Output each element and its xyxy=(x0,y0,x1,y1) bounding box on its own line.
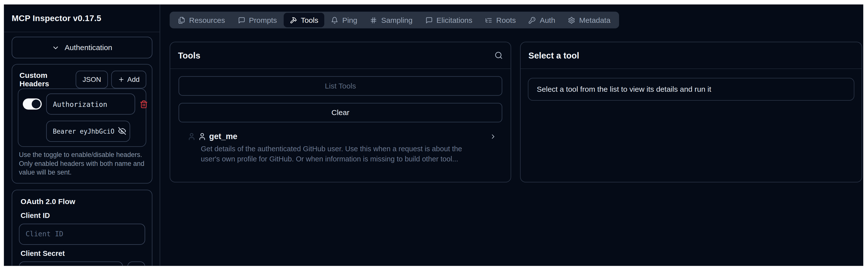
message-square-icon xyxy=(238,17,245,24)
tab-roots[interactable]: Roots xyxy=(479,13,522,27)
tab-metadata[interactable]: Metadata xyxy=(562,13,617,27)
user-icon xyxy=(198,132,207,141)
client-id-label: Client ID xyxy=(21,211,145,220)
tools-panel: Tools List Tools Clear xyxy=(169,42,511,182)
list-tools-button[interactable]: List Tools xyxy=(179,76,502,96)
tool-list-item-get-me[interactable]: get_me Get details of the authenticated … xyxy=(179,132,502,164)
tab-label: Resources xyxy=(189,16,225,24)
sidebar: MCP Inspector v0.17.5 Authentication Cus… xyxy=(4,4,160,266)
user-icon-ghost xyxy=(187,132,196,141)
tab-sampling[interactable]: Sampling xyxy=(364,13,418,27)
hammer-icon xyxy=(289,17,297,24)
mcp-inspector-window: MCP Inspector v0.17.5 Authentication Cus… xyxy=(4,4,863,266)
tools-panel-title: Tools xyxy=(178,50,200,60)
search-icon[interactable] xyxy=(494,51,503,60)
eye-off-icon[interactable] xyxy=(118,127,126,136)
header-value-input[interactable] xyxy=(46,121,130,142)
tool-name: get_me xyxy=(209,132,238,141)
tab-label: Sampling xyxy=(381,16,412,24)
detail-panel-title: Select a tool xyxy=(528,50,579,60)
tab-label: Tools xyxy=(301,16,318,24)
detail-panel-header: Select a tool xyxy=(521,42,862,69)
panels-row: Tools List Tools Clear xyxy=(169,42,862,182)
client-secret-visibility-button[interactable] xyxy=(127,261,145,266)
custom-headers-helper-text: Use the toggle to enable/disable headers… xyxy=(19,151,148,177)
authentication-section-toggle[interactable]: Authentication xyxy=(12,37,153,58)
tab-label: Roots xyxy=(496,16,516,24)
chevron-down-icon xyxy=(52,43,60,51)
tab-resources[interactable]: Resources xyxy=(172,13,231,27)
empty-state-message: Select a tool from the list to view its … xyxy=(528,78,855,101)
custom-headers-card: Custom Headers JSON Add xyxy=(12,64,153,183)
tool-description: Get details of the authenticated GitHub … xyxy=(201,144,482,164)
sidebar-header: MCP Inspector v0.17.5 xyxy=(4,4,160,32)
add-header-button[interactable]: Add xyxy=(111,70,146,88)
header-name-input[interactable] xyxy=(46,93,135,115)
client-secret-input[interactable] xyxy=(19,261,123,266)
list-tree-icon xyxy=(485,17,492,24)
tab-tools[interactable]: Tools xyxy=(284,13,324,27)
hash-icon xyxy=(370,17,377,24)
tab-auth[interactable]: Auth xyxy=(523,13,562,27)
main-content: Resources Prompts Tools Ping Sampling xyxy=(160,4,863,266)
toggle-knob xyxy=(32,100,41,109)
client-secret-label: Client Secret xyxy=(21,249,145,258)
tools-panel-header: Tools xyxy=(170,42,511,69)
custom-headers-title: Custom Headers xyxy=(20,71,76,88)
header-entry-card xyxy=(18,89,146,147)
delete-header-button[interactable] xyxy=(140,100,148,108)
clear-button-label: Clear xyxy=(332,108,349,117)
tab-ping[interactable]: Ping xyxy=(325,13,364,27)
tab-bar: Resources Prompts Tools Ping Sampling xyxy=(169,12,619,28)
chevron-right-icon xyxy=(489,133,497,140)
app-title: MCP Inspector v0.17.5 xyxy=(12,13,101,23)
oauth-section-title: OAuth 2.0 Flow xyxy=(21,198,145,206)
message-square-icon xyxy=(425,17,432,24)
custom-headers-header-row: Custom Headers JSON Add xyxy=(18,70,146,89)
oauth-card: OAuth 2.0 Flow Client ID Client Secret xyxy=(12,190,153,266)
authentication-section-label: Authentication xyxy=(65,43,112,52)
list-tools-button-label: List Tools xyxy=(325,82,356,90)
json-mode-button[interactable]: JSON xyxy=(76,70,108,88)
gear-icon xyxy=(568,17,575,24)
tab-elicitations[interactable]: Elicitations xyxy=(419,13,478,27)
tab-label: Auth xyxy=(540,16,555,24)
key-icon xyxy=(529,17,536,24)
tab-label: Elicitations xyxy=(436,16,472,24)
trash-icon xyxy=(140,100,148,108)
tab-label: Metadata xyxy=(579,16,611,24)
sidebar-body: Authentication Custom Headers JSON xyxy=(4,32,160,266)
json-button-label: JSON xyxy=(83,76,101,83)
bell-icon xyxy=(331,17,338,24)
tab-label: Prompts xyxy=(249,16,277,24)
header-enabled-toggle[interactable] xyxy=(23,98,42,110)
tools-panel-body: List Tools Clear xyxy=(170,69,511,171)
plus-icon xyxy=(118,76,124,83)
tab-label: Ping xyxy=(342,16,357,24)
clear-tools-button[interactable]: Clear xyxy=(179,103,502,122)
add-button-label: Add xyxy=(127,76,140,83)
files-icon xyxy=(178,17,185,24)
tab-prompts[interactable]: Prompts xyxy=(231,13,283,27)
tool-detail-panel: Select a tool Select a tool from the lis… xyxy=(520,42,862,182)
client-id-input[interactable] xyxy=(19,224,145,245)
screen: MCP Inspector v0.17.5 Authentication Cus… xyxy=(0,0,868,271)
